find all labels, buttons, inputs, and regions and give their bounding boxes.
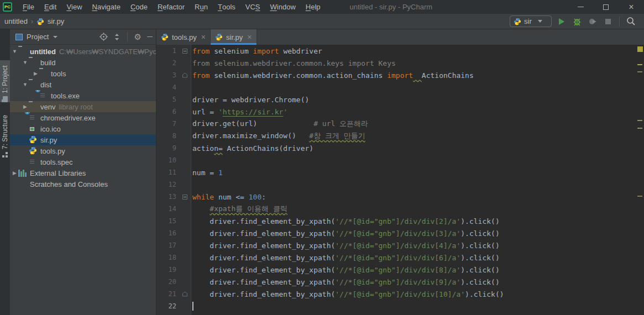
code-line-9[interactable]: 9action= ActionChains(driver) <box>156 142 644 154</box>
fold-gutter[interactable] <box>179 195 191 200</box>
chevron-down-icon[interactable]: ▼ <box>22 60 29 65</box>
code-line-5[interactable]: 5driver = webdriver.Chrome() <box>156 93 644 106</box>
fold-gutter[interactable] <box>179 292 191 297</box>
stop-button[interactable] <box>603 16 614 27</box>
inspections-indicator[interactable] <box>637 46 643 52</box>
run-configuration-select[interactable]: sir <box>510 15 552 27</box>
project-panel-header: Project ⚙ <box>10 29 156 45</box>
chevron-down-icon[interactable]: ▼ <box>11 49 18 54</box>
code-line-21[interactable]: 21 driver.find_element_by_xpath('//*[@id… <box>156 288 644 300</box>
code-line-17[interactable]: 17 driver.find_element_by_xpath('//*[@id… <box>156 239 644 251</box>
code-line-10[interactable]: 10 <box>156 154 644 166</box>
maximize-button[interactable] <box>593 0 619 14</box>
code-line-2[interactable]: 2from selenium.webdriver.common.keys imp… <box>156 57 644 69</box>
code-line-19[interactable]: 19 driver.find_element_by_xpath('//*[@id… <box>156 264 644 276</box>
stripe-tab-project[interactable]: 1: Project <box>0 60 10 102</box>
menu-navigate[interactable]: Navigate <box>87 0 125 14</box>
chevron-down-icon[interactable] <box>53 36 57 38</box>
project-panel-title[interactable]: Project <box>27 33 49 41</box>
code-line-11[interactable]: 11num = 1 <box>156 166 644 179</box>
hide-panel-icon[interactable] <box>147 36 153 37</box>
tree-item-ico-ico[interactable]: ico.ico <box>10 123 156 134</box>
chevron-right-icon[interactable]: ▶ <box>32 71 39 76</box>
tree-item-untitled[interactable]: ▼untitledC:₩Users₩SYNDGATE₩PycharmP <box>10 46 156 57</box>
gear-icon[interactable]: ⚙ <box>134 32 142 42</box>
warning-stripe-mark[interactable] <box>637 120 642 121</box>
fold-end-icon[interactable] <box>182 292 187 297</box>
code-line-22[interactable]: 22 <box>156 300 644 312</box>
tree-item-label: Scratches and Consoles <box>30 180 108 188</box>
fold-gutter[interactable] <box>179 49 191 54</box>
code-editor[interactable]: 1from selenium import webdriver2from sel… <box>156 45 644 315</box>
tree-item-tools-spec[interactable]: tools.spec <box>10 156 156 167</box>
fold-open-icon[interactable] <box>182 195 187 200</box>
menu-view[interactable]: View <box>61 0 87 14</box>
tree-item-scratches-and-consoles[interactable]: Scratches and Consoles <box>10 179 156 190</box>
code-line-1[interactable]: 1from selenium import webdriver <box>156 45 644 57</box>
tree-item-tools[interactable]: ▶tools <box>10 68 156 79</box>
chevron-down-icon[interactable]: ▼ <box>22 82 29 87</box>
warning-stripe-mark[interactable] <box>637 196 642 197</box>
code-text: action= ActionChains(driver) <box>191 144 313 153</box>
close-tab-icon[interactable]: × <box>201 33 206 41</box>
tree-item-external-libraries[interactable]: ▶External Libraries <box>10 167 156 179</box>
close-tab-icon[interactable]: × <box>247 33 252 41</box>
code-line-20[interactable]: 20 driver.find_element_by_xpath('//*[@id… <box>156 276 644 288</box>
fold-open-icon[interactable] <box>182 49 187 54</box>
stripe-tab-structure[interactable]: 7: Structure <box>0 110 10 158</box>
warning-stripe-mark[interactable] <box>637 71 642 72</box>
menu-run[interactable]: Run <box>190 0 213 14</box>
line-number: 20 <box>156 278 179 286</box>
chevron-right-icon[interactable]: ▶ <box>11 170 18 176</box>
editor-tab-sir-py[interactable]: sir.py× <box>211 29 257 45</box>
error-stripe[interactable] <box>636 45 644 315</box>
fold-end-icon[interactable] <box>182 73 187 78</box>
menu-help[interactable]: Help <box>301 0 326 14</box>
search-everywhere-button[interactable] <box>625 16 636 27</box>
tree-item-dist[interactable]: ▼dist <box>10 79 156 90</box>
breadcrumb-file[interactable]: sir.py <box>48 17 64 25</box>
code-line-8[interactable]: 8driver.maximize_window() #창 크게 만들기 <box>156 130 644 142</box>
breadcrumb-root[interactable]: untitled <box>4 17 28 25</box>
code-line-18[interactable]: 18 driver.find_element_by_xpath('//*[@id… <box>156 251 644 264</box>
locate-icon[interactable] <box>100 33 108 41</box>
menu-tools[interactable]: Tools <box>213 0 240 14</box>
menu-file[interactable]: File <box>18 0 39 14</box>
chevron-right-icon[interactable]: ▶ <box>22 104 29 109</box>
code-line-7[interactable]: 7driver.get(url) # url 오픈해라 <box>156 118 644 130</box>
fold-gutter[interactable] <box>179 73 191 78</box>
menu-edit[interactable]: Edit <box>39 0 61 14</box>
tree-item-chromedriver-exe[interactable]: ?chromedriver.exe <box>10 112 156 123</box>
project-panel: Project ⚙ ▼untitled <box>10 29 156 315</box>
menu-window[interactable]: Window <box>265 0 301 14</box>
run-button[interactable] <box>556 16 567 27</box>
tree-item-build[interactable]: ▼build <box>10 57 156 68</box>
coverage-button[interactable] <box>587 16 598 27</box>
code-line-14[interactable]: 14 #xpath를 이용해 클릭 <box>156 203 644 215</box>
collapse-all-icon[interactable] <box>113 33 121 41</box>
code-line-12[interactable]: 12 <box>156 179 644 191</box>
tree-item-venv[interactable]: ▶venvlibrary root <box>10 101 156 112</box>
code-line-13[interactable]: 13while num <= 100: <box>156 191 644 203</box>
menu-refactor[interactable]: Refactor <box>153 0 190 14</box>
tree-item-tools-py[interactable]: tools.py <box>10 145 156 156</box>
menu-code[interactable]: Code <box>125 0 153 14</box>
warning-stripe-mark[interactable] <box>637 128 642 129</box>
code-line-4[interactable]: 4 <box>156 81 644 93</box>
code-line-6[interactable]: 6url = 'https://sir.kr' <box>156 106 644 118</box>
code-line-15[interactable]: 15 driver.find_element_by_xpath('//*[@id… <box>156 215 644 227</box>
tree-item-tools-exe[interactable]: ?tools.exe <box>10 90 156 101</box>
tree-item-detail: C:₩Users₩SYNDGATE₩PycharmP <box>59 48 156 56</box>
menu-vcs[interactable]: VCS <box>240 0 265 14</box>
minimize-button[interactable] <box>568 0 593 14</box>
python-icon <box>161 33 169 41</box>
debug-button[interactable] <box>572 16 583 27</box>
warning-stripe-mark[interactable] <box>637 64 642 65</box>
close-button[interactable]: × <box>619 0 644 14</box>
tree-item-sir-py[interactable]: sir.py <box>10 134 156 145</box>
code-line-16[interactable]: 16 driver.find_element_by_xpath('//*[@id… <box>156 227 644 239</box>
code-line-3[interactable]: 3from selenium.webdriver.common.action_c… <box>156 69 644 81</box>
breadcrumb-separator-icon: › <box>31 18 33 25</box>
editor-tab-tools-py[interactable]: tools.py× <box>156 29 211 45</box>
python-icon <box>514 18 521 25</box>
